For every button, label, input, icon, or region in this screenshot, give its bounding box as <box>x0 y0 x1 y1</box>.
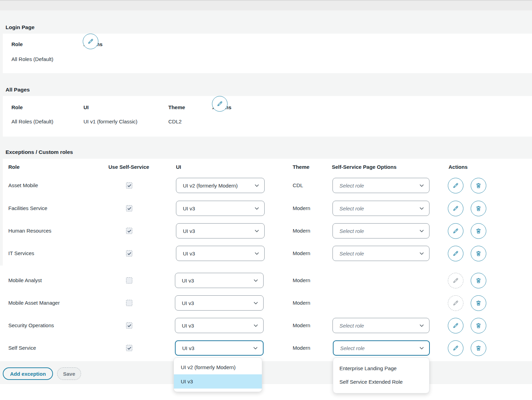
self-service-page-options-select[interactable]: Select role <box>332 201 429 216</box>
login-page-section-title: Login Page <box>6 24 35 31</box>
edit-button[interactable] <box>448 246 463 261</box>
ui-select-value: UI v3 <box>182 278 253 284</box>
use-self-service-checkbox[interactable] <box>126 277 132 284</box>
check-icon <box>127 251 132 256</box>
chevron-down-icon <box>253 301 258 306</box>
ui-select-value: UI v3 <box>182 345 253 351</box>
ui-select[interactable]: UI v3 <box>176 246 265 261</box>
delete-button[interactable] <box>471 201 486 216</box>
chevron-down-icon <box>419 206 424 211</box>
table-row: Mobile AnalystUI v3Modern <box>3 273 532 288</box>
self-service-page-options-select[interactable]: Select role <box>332 178 429 193</box>
exceptions-card: Role Use Self-Service UI Theme Self-Serv… <box>3 159 532 361</box>
self-service-page-options-select[interactable]: Select role <box>332 223 429 238</box>
trash-icon <box>475 205 482 212</box>
delete-button[interactable] <box>471 318 486 333</box>
edit-button[interactable] <box>448 273 463 288</box>
chevron-down-icon <box>419 183 424 188</box>
edit-button[interactable] <box>448 178 463 193</box>
save-button[interactable]: Save <box>57 367 81 380</box>
column-header-actions: Actions <box>449 164 468 171</box>
chevron-down-icon <box>254 206 259 211</box>
use-self-service-checkbox[interactable] <box>126 322 132 329</box>
ui-select[interactable]: UI v3 <box>175 318 264 333</box>
table-row: Security OperationsUI v3ModernSelect rol… <box>3 318 532 333</box>
pencil-icon <box>87 38 94 45</box>
trash-icon <box>475 250 482 257</box>
select-placeholder: Select role <box>339 183 419 189</box>
delete-button[interactable] <box>471 246 486 261</box>
pencil-icon <box>452 228 459 234</box>
delete-button[interactable] <box>471 273 486 288</box>
menu-item[interactable]: Enterprise Landing Page <box>333 362 429 375</box>
select-placeholder: Select role <box>339 206 419 211</box>
edit-button[interactable] <box>448 223 463 239</box>
column-header-ui: UI <box>176 164 181 171</box>
self-service-page-options-select[interactable]: Select role <box>333 340 430 356</box>
check-icon <box>127 323 132 328</box>
ui-select-value: UI v3 <box>182 300 253 306</box>
use-self-service-checkbox[interactable] <box>126 205 132 211</box>
edit-button[interactable] <box>448 340 463 356</box>
delete-button[interactable] <box>471 223 486 239</box>
menu-item[interactable]: UI v3 <box>174 374 262 389</box>
card-extension <box>0 266 3 361</box>
ui-select[interactable]: UI v3 <box>176 201 265 216</box>
delete-button[interactable] <box>471 295 486 311</box>
delete-button[interactable] <box>471 178 486 193</box>
edit-button[interactable] <box>448 295 463 311</box>
ui-select-value: UI v3 <box>183 206 254 211</box>
use-self-service-checkbox[interactable] <box>126 300 132 306</box>
edit-button[interactable] <box>212 96 228 112</box>
column-header-role: Role <box>11 104 23 111</box>
theme-label: Modern <box>293 295 310 311</box>
theme-label: Modern <box>293 201 310 216</box>
check-icon <box>127 229 132 233</box>
use-self-service-checkbox[interactable] <box>126 250 132 256</box>
use-self-service-checkbox[interactable] <box>126 228 132 234</box>
select-placeholder: Select role <box>340 345 419 351</box>
table-row: Asset MobileUI v2 (formerly Modern)CDLSe… <box>3 178 532 193</box>
chevron-down-icon <box>254 228 259 234</box>
use-self-service-checkbox[interactable] <box>126 182 132 189</box>
theme-label: Modern <box>293 246 310 261</box>
role-label: Mobile Asset Manager <box>8 295 60 311</box>
ui-select[interactable]: UI v3 <box>175 273 264 288</box>
edit-button[interactable] <box>83 34 98 49</box>
check-icon <box>127 183 132 188</box>
menu-item[interactable]: UI v2 (formerly Modern) <box>174 360 262 374</box>
ui-select[interactable]: UI v3 <box>175 340 264 356</box>
column-header-role: Role <box>11 41 23 48</box>
bottom-strip <box>0 384 532 400</box>
role-label: Mobile Analyst <box>8 273 42 288</box>
role-label: Self Service <box>8 340 36 356</box>
use-self-service-checkbox[interactable] <box>126 345 132 351</box>
delete-button[interactable] <box>471 340 486 356</box>
ui-select[interactable]: UI v3 <box>175 295 264 311</box>
column-header-theme: Theme <box>168 104 185 111</box>
self-service-page-options-select[interactable]: Select role <box>332 246 429 261</box>
menu-item[interactable]: Self Service Extended Role <box>333 375 429 389</box>
add-exception-button[interactable]: Add exception <box>3 367 53 380</box>
column-header-theme: Theme <box>293 164 309 171</box>
chevron-down-icon <box>254 251 259 256</box>
login-page-card: Role Actions All Roles (Default) <box>3 34 532 73</box>
pencil-icon <box>452 345 459 351</box>
ui-select[interactable]: UI v3 <box>176 223 265 238</box>
ui-select-value: UI v2 (formerly Modern) <box>183 183 254 189</box>
chevron-down-icon <box>253 323 258 328</box>
table-row: Self ServiceUI v3ModernSelect role <box>3 340 532 356</box>
role-label: Asset Mobile <box>8 178 38 193</box>
edit-button[interactable] <box>448 201 463 216</box>
pencil-icon <box>452 182 459 189</box>
theme-label: Modern <box>293 273 310 288</box>
select-placeholder: Select role <box>339 251 419 256</box>
edit-button[interactable] <box>448 318 463 333</box>
all-pages-card: Role UI Theme Actions All Roles (Default… <box>3 96 532 137</box>
trash-icon <box>475 228 482 234</box>
self-service-page-options-select[interactable]: Select role <box>332 318 429 333</box>
pencil-icon <box>216 101 223 107</box>
theme-label: Modern <box>293 223 310 238</box>
trash-icon <box>475 277 482 284</box>
ui-select[interactable]: UI v2 (formerly Modern) <box>176 178 265 193</box>
